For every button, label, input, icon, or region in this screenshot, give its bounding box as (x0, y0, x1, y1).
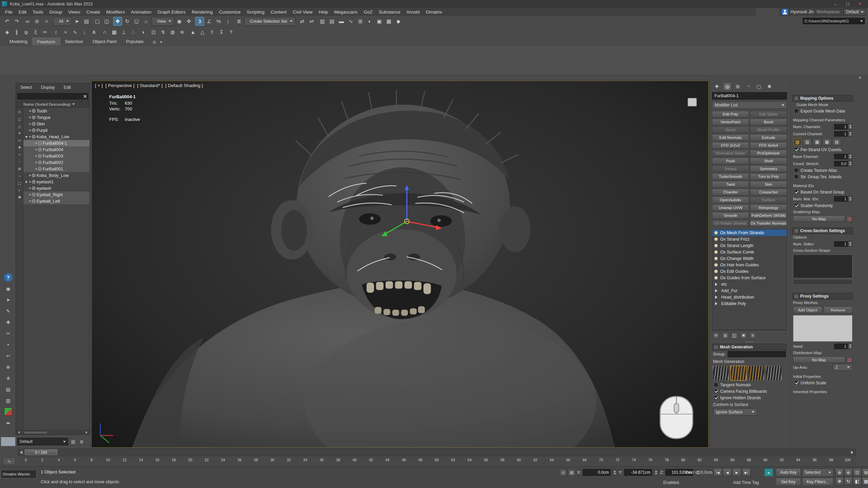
pick-tool-icon[interactable]: ➤ (4, 296, 13, 304)
help-icon[interactable]: ? (4, 273, 13, 282)
modifier-button[interactable]: Edit Normals (712, 134, 749, 141)
strand-length-icon[interactable]: ≀ (52, 28, 60, 37)
motion-tab-icon[interactable]: ◔ (745, 83, 752, 90)
modifier-button[interactable]: Extrude (750, 134, 787, 141)
unlink-selection-icon[interactable]: ⊘ (33, 17, 41, 26)
rectangular-selection-icon[interactable]: ▢ (93, 17, 102, 26)
modifier-stack-row[interactable]: Editable Poly (712, 300, 787, 307)
menu-item[interactable]: Scripting (244, 8, 268, 16)
visibility-dot-icon[interactable] (29, 136, 31, 138)
select-and-scale-icon[interactable]: ◱ (132, 17, 141, 26)
modifier-button[interactable]: Edit Poly (712, 111, 749, 118)
num-mat-ids-spinner[interactable]: 1 (834, 196, 852, 202)
conform-surface-dropdown[interactable]: Ignore Surface (713, 408, 757, 415)
go-to-end-button[interactable]: ▶| (742, 468, 751, 476)
ornatrix-warning-window[interactable]: Ornatrix Warnin (1, 470, 37, 479)
modifier-stack-row[interactable]: Ox Guides from Surface (712, 274, 787, 281)
select-and-manipulate-icon[interactable]: ✜ (184, 17, 193, 26)
hair-brush-icon[interactable]: ψ (22, 28, 31, 37)
checkbox[interactable] (714, 389, 718, 393)
close-panel-button[interactable]: ✕ (857, 75, 863, 80)
mapping-sphere-icon[interactable]: ▦ (813, 138, 822, 145)
preset-outline-icon[interactable]: △ (198, 28, 207, 37)
cross-section-settings-header[interactable]: Cross-Section Settings (792, 227, 853, 234)
proxy-mesh-list[interactable] (793, 315, 852, 342)
dropdown-arrow-icon[interactable]: ➥ (4, 419, 13, 427)
display-geometry-icon[interactable]: ◻ (17, 116, 22, 122)
modifier-button[interactable]: ProOptimizer (750, 150, 787, 157)
remove-modifier-icon[interactable]: ✖ (740, 332, 747, 339)
visibility-dot-icon[interactable] (29, 187, 31, 189)
track-bar-ruler[interactable]: 0246810121416182022242628303234363840424… (18, 456, 856, 466)
orbit-icon[interactable]: ↻ (844, 477, 852, 485)
user-name[interactable]: Hyunsuk Jin (791, 9, 814, 14)
make-unique-icon[interactable]: ◱ (731, 332, 738, 339)
modifier-button[interactable]: Ox Rotate Strands (712, 220, 749, 227)
current-channel-spinner[interactable]: 1 (834, 131, 852, 137)
modifier-button[interactable]: Bevel Profile (750, 126, 787, 133)
visibility-dot-icon[interactable] (35, 162, 37, 163)
base-channel-spinner[interactable]: 1 (834, 154, 852, 159)
select-and-move-icon[interactable]: ✥ (113, 17, 122, 26)
annotate-pencil-icon[interactable]: ✎ (4, 307, 13, 315)
menu-item[interactable]: File (2, 8, 16, 16)
modifier-button[interactable]: Turn to Poly (750, 173, 787, 180)
selection-filter-dropdown[interactable]: All (53, 17, 72, 26)
scene-explorer-tab[interactable]: Select (16, 83, 37, 92)
str-group-tex-islands-checkbox[interactable]: Str. Group Tex. Islands (792, 174, 853, 180)
mapping-cylinder-icon[interactable]: ▧ (803, 138, 812, 145)
mirror-icon[interactable]: ⇄ (298, 17, 307, 26)
num-channels-spinner[interactable]: 1 (834, 124, 852, 129)
window-crossing-icon[interactable]: ◫ (102, 17, 111, 26)
viewcube[interactable] (688, 98, 697, 106)
modifier-button[interactable]: Sweep (712, 165, 749, 172)
layer-list-icon[interactable]: ▤ (70, 438, 77, 445)
modifier-stack-row[interactable]: Ox Strand Frizz (712, 236, 787, 242)
mesh-from-strands-icon[interactable]: ▦ (110, 28, 119, 37)
curve-editor-icon[interactable]: ∿ (347, 17, 355, 26)
mapping-options-header[interactable]: Mapping Options (792, 95, 853, 102)
preset-solid-icon[interactable]: ▲ (189, 28, 197, 37)
notes-book-icon[interactable]: ▥ (4, 396, 13, 405)
selection-lock-icon[interactable]: ⊠ (568, 469, 575, 476)
viewport-menu-segment[interactable]: [ Perspective ] (105, 83, 135, 88)
expand-toggle-icon[interactable] (25, 122, 28, 126)
modifier-list-dropdown[interactable]: Modifier List (712, 101, 787, 109)
menu-item[interactable]: Animation (128, 8, 154, 16)
scene-object-row[interactable]: eyelash (23, 185, 90, 191)
expand-toggle-icon[interactable] (25, 129, 28, 132)
export-icon[interactable]: ⇧ (208, 28, 216, 37)
menu-item[interactable]: Edit (16, 8, 29, 16)
ribbon-tab[interactable]: Modeling (5, 38, 32, 45)
visibility-dot-icon[interactable] (29, 129, 31, 131)
auto-key-button[interactable]: Auto Key (776, 468, 801, 476)
modifier-button[interactable]: Smooth (712, 212, 749, 219)
display-all-icon[interactable]: ⊙ (17, 109, 22, 115)
modifier-button[interactable]: Skin (750, 181, 787, 188)
expand-toggle-icon[interactable] (25, 193, 28, 197)
modifier-visibility-icon[interactable] (715, 283, 719, 286)
up-axis-dropdown[interactable]: Z (833, 364, 852, 371)
dynamics-icon[interactable]: ↯ (159, 28, 167, 37)
modifier-stack-row[interactable]: Ox Strand Length (712, 242, 787, 249)
group-input[interactable] (728, 351, 786, 357)
modifier-button[interactable]: CreaseSet (750, 189, 787, 196)
workspace-dropdown[interactable]: Default (844, 9, 866, 15)
color-swatch-icon[interactable] (4, 407, 13, 416)
display-frozen-icon[interactable]: ✱ (17, 195, 22, 200)
expand-toggle-icon[interactable] (31, 148, 34, 151)
modifier-stack-row[interactable]: Ox Hair from Guides (712, 262, 787, 268)
mapping-face-icon[interactable]: ▤ (832, 138, 841, 145)
checkbox-row[interactable]: Tangent Normals (712, 382, 787, 388)
mapping-box-icon[interactable]: ▩ (823, 138, 831, 145)
scene-explorer-tab[interactable]: Edit (59, 83, 76, 92)
expand-toggle-icon[interactable] (25, 109, 28, 113)
scene-object-row[interactable]: FurBall004-1 (23, 140, 90, 146)
modifier-button[interactable]: TurboSmooth (712, 173, 749, 180)
menu-item[interactable]: GoZ (360, 8, 375, 16)
modifier-button[interactable]: PathDeform (WSM) (750, 212, 787, 219)
show-end-result-icon[interactable]: ≣ (722, 332, 729, 339)
viewport-config-icon[interactable]: ▦ (862, 477, 868, 485)
display-helpers-icon[interactable]: ✚ (17, 145, 22, 150)
pin-tool-icon[interactable]: ⋔ (4, 374, 13, 382)
